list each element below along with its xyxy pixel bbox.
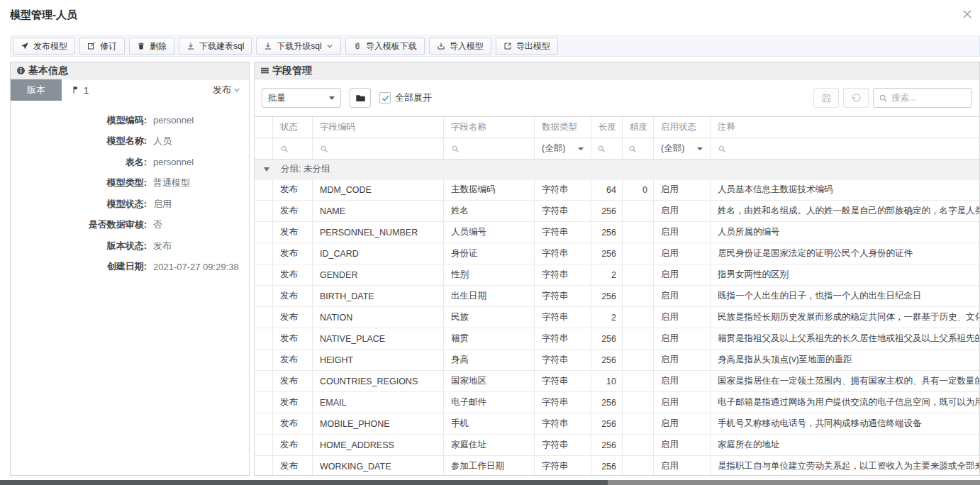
table-row[interactable]: 发布NAME姓名字符串256启用姓名，由姓和名组成。人的姓一般是自己的部族确定的…	[255, 201, 980, 222]
cell-enabled: 启用	[654, 307, 711, 328]
filter-lead-cell	[255, 138, 273, 159]
cell-status: 发布	[273, 350, 313, 370]
table-row[interactable]: 发布BIRTH_DATE出生日期字符串256启用既指一个人出生的日子，也指一个人…	[255, 286, 980, 307]
fields-icon	[260, 66, 269, 75]
import-model-button[interactable]: 导入模型	[429, 38, 491, 55]
import-template-download-button[interactable]: 导入模板下载	[345, 38, 425, 55]
filter-search-6[interactable]	[623, 138, 654, 159]
info-value: 2021-07-27 09:29:38	[153, 262, 239, 272]
info-value: 发布	[153, 240, 172, 252]
expand-all-checkbox[interactable]	[379, 92, 391, 104]
cell-code: COUNTRIES_REGIONS	[313, 371, 444, 391]
main-content: 基本信息 版本 1 发布 模型编码:personnel模型名称:人员表名:per…	[10, 62, 980, 476]
cell-comment: 身高是指从头顶点(v)至地面的垂距	[711, 350, 980, 370]
group-folder-button[interactable]	[350, 88, 371, 108]
column-header-4[interactable]: 数据类型	[535, 117, 591, 138]
cell-comment: 既指一个人出生的日子，也指一个人的出生日纪念日	[711, 286, 980, 306]
import-icon	[437, 42, 445, 50]
info-row: 模型编码:personnel	[11, 110, 249, 131]
table-row[interactable]: 发布MOBILE_PHONE手机字符串256启用手机号又称移动电话号，共同构成移…	[255, 413, 980, 435]
table-row[interactable]: 发布EMAIL电子邮件字符串256启用电子邮箱是指通过网络为用户提供交流的电子信…	[255, 392, 980, 413]
table-row[interactable]: 发布HEIGHT身高字符串256启用身高是指从头顶点(v)至地面的垂距	[255, 350, 980, 371]
expand-all-label: 全部展开	[395, 91, 432, 104]
table-row[interactable]: 发布COUNTRIES_REGIONS国家地区字符串10启用国家是指居住在一定领…	[255, 371, 980, 392]
horizontal-scrollbar[interactable]	[0, 480, 980, 485]
info-value: 启用	[153, 198, 172, 211]
cell-comment: 人员基本信息主数据技术编码	[711, 179, 980, 200]
version-status-dropdown[interactable]: 发布	[213, 84, 240, 96]
table-row[interactable]: 发布NATIVE_PLACE籍贯字符串256启用籍贯是指祖父及以上父系祖先的长久…	[255, 328, 980, 350]
row-lead-cell	[255, 307, 273, 328]
table-row[interactable]: 发布GENDER性别字符串2启用指男女两性的区别	[255, 264, 980, 286]
filter-select-4[interactable]: (全部)	[535, 138, 591, 159]
cell-length: 256	[591, 201, 623, 221]
column-header-3[interactable]: 字段名称	[444, 117, 535, 138]
download-upgrade-sql-button[interactable]: 下载升级sql	[256, 38, 340, 55]
chevron-down-icon[interactable]	[326, 43, 333, 50]
download-create-sql-button[interactable]: 下载建表sql	[179, 38, 252, 55]
filter-search-2[interactable]	[313, 138, 444, 159]
expand-all-control[interactable]: 全部展开	[379, 91, 432, 104]
column-header-5[interactable]: 长度	[591, 117, 623, 138]
filter-search-8[interactable]	[711, 138, 980, 159]
chevron-down-icon	[578, 147, 584, 150]
column-header-6[interactable]: 精度	[623, 117, 654, 138]
table-row[interactable]: 发布PERSONNEL_NUMBER人员编号字符串256启用人员所属的编号	[255, 222, 980, 243]
publish-model-button[interactable]: 发布模型	[13, 38, 75, 55]
cell-type: 字符串	[535, 371, 591, 391]
cell-comment: 居民身份证是国家法定的证明公民个人身份的证件	[711, 243, 980, 264]
save-button[interactable]	[813, 88, 839, 108]
group-row[interactable]: 分组: 未分组	[255, 160, 980, 179]
table-row[interactable]: 发布WORKING_DATE参加工作日期字符串256启用是指职工自与单位建立劳动…	[255, 456, 980, 476]
field-table-body: 发布MDM_CODE主数据编码字符串640启用人员基本信息主数据技术编码发布NA…	[255, 179, 980, 476]
cell-comment: 民族是指经长期历史发展而形成的稳定共同体，一群基于历史、文化	[711, 307, 980, 328]
search-input[interactable]	[891, 93, 967, 103]
column-header-8[interactable]: 注释	[711, 117, 980, 138]
cell-status: 发布	[273, 286, 313, 306]
batch-select[interactable]: 批量	[262, 88, 341, 108]
cell-precision	[623, 243, 654, 264]
version-tab[interactable]: 版本	[11, 79, 62, 101]
cell-length: 2	[591, 264, 623, 285]
filter-search-5[interactable]	[591, 138, 623, 159]
download-create-sql-label: 下载建表sql	[199, 40, 244, 52]
revise-button[interactable]: 修订	[79, 38, 125, 55]
search-icon	[628, 145, 637, 153]
info-label: 创建日期:	[11, 260, 147, 273]
export-model-button[interactable]: 导出模型	[496, 38, 558, 55]
search-icon	[718, 145, 726, 153]
table-row[interactable]: 发布NATION民族字符串2启用民族是指经长期历史发展而形成的稳定共同体，一群基…	[255, 307, 980, 328]
cell-code: NAME	[313, 201, 444, 221]
table-row[interactable]: 发布HOME_ADDRESS家庭住址字符串256启用家庭所在的地址	[255, 435, 980, 456]
close-icon[interactable]	[960, 7, 974, 21]
scrollbar-thumb[interactable]	[0, 480, 608, 485]
filter-search-1[interactable]	[273, 138, 313, 159]
cell-status: 发布	[273, 264, 313, 285]
table-row[interactable]: 发布MDM_CODE主数据编码字符串640启用人员基本信息主数据技术编码	[255, 179, 980, 201]
cell-comment: 人员所属的编号	[711, 222, 980, 242]
cell-code: WORKING_DATE	[313, 456, 444, 476]
table-row[interactable]: 发布ID_CARD身份证字符串256启用居民身份证是国家法定的证明公民个人身份的…	[255, 243, 980, 264]
filter-select-7[interactable]: (全部)	[654, 138, 711, 159]
column-header-2[interactable]: 字段编码	[313, 117, 444, 138]
cell-name: 身份证	[444, 243, 535, 264]
column-header-1[interactable]: 状态	[273, 117, 313, 138]
column-header-7[interactable]: 启用状态	[654, 117, 711, 138]
filter-search-3[interactable]	[444, 138, 535, 159]
cell-status: 发布	[273, 243, 313, 264]
download-icon	[264, 42, 272, 50]
info-row: 模型状态:启用	[11, 194, 249, 215]
edit-icon	[87, 42, 96, 50]
cell-type: 字符串	[535, 264, 591, 285]
search-icon	[451, 145, 460, 153]
undo-button[interactable]	[843, 88, 869, 108]
basic-info-list: 模型编码:personnel模型名称:人员表名:personnel模型类型:普通…	[11, 101, 249, 277]
cell-status: 发布	[273, 222, 313, 242]
info-label: 模型类型:	[11, 177, 147, 189]
cell-enabled: 启用	[654, 201, 711, 221]
cell-length: 256	[591, 350, 623, 370]
delete-button[interactable]: 删除	[129, 38, 174, 55]
collapse-triangle-icon[interactable]	[264, 167, 269, 172]
cell-code: MOBILE_PHONE	[313, 413, 444, 434]
cell-length: 256	[591, 243, 623, 264]
